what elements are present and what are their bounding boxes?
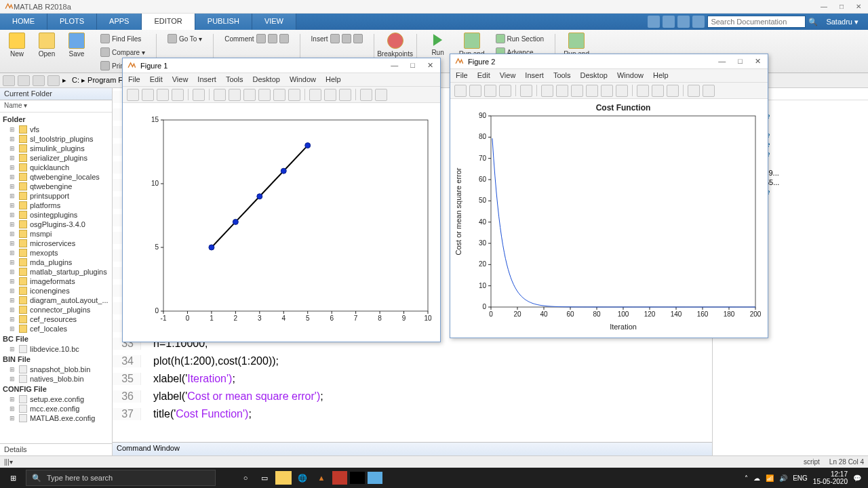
tree-header[interactable]: Folder [1,114,111,125]
tree-header[interactable]: BIN File [1,354,111,365]
fig-menu-window[interactable]: Window [617,71,644,80]
tree-item[interactable]: ⊞osgPlugins-3.4.0 [1,220,111,229]
print-icon[interactable] [499,85,511,97]
tree-item[interactable]: ⊞qtwebengine_locales [1,172,111,182]
tab-view[interactable]: VIEW [252,14,296,30]
fig-menu-edit[interactable]: Edit [477,71,490,80]
tree-item[interactable]: ⊞matlab_startup_plugins [1,267,111,277]
tree-header[interactable]: CONFIG File [1,384,111,394]
fig2-min[interactable]: — [718,57,726,66]
zoomout-icon[interactable] [229,89,241,101]
tree-item[interactable]: ⊞connector_plugins [1,305,111,314]
fig-menu-desktop[interactable]: Desktop [253,75,280,84]
link-icon[interactable] [637,85,649,97]
fig-menu-tools[interactable]: Tools [553,71,571,80]
tree-item[interactable]: ⊞cef_resources [1,314,111,324]
fig-menu-edit[interactable]: Edit [150,75,163,84]
figure1-axes[interactable]: -1012345678910051015 [123,103,441,342]
tab-plots[interactable]: PLOTS [47,14,97,30]
box2-icon[interactable] [703,85,715,97]
system-tray[interactable]: ˄ ☁ 📶 🔊 ENG 12:1715-05-2020 💬 [745,470,865,485]
runsection-button[interactable]: Run Section [493,33,547,45]
tab-home[interactable]: HOME [0,14,47,30]
editor-line[interactable]: 35xlabel('Iteration'); [113,370,712,388]
pan-icon[interactable] [571,85,583,97]
box1-icon[interactable] [688,85,700,97]
figure1-toolbar[interactable] [123,87,440,103]
tree-item[interactable]: ⊞mexopts [1,248,111,258]
datatip-icon[interactable] [601,85,613,97]
fig-menu-desktop[interactable]: Desktop [580,71,608,80]
print-icon[interactable] [172,89,184,101]
taskbar-search[interactable]: 🔍Type here to search [26,470,216,486]
fig-menu-help[interactable]: Help [653,71,669,80]
fig2-max[interactable]: □ [738,57,743,66]
tree-item[interactable]: ⊞quicklaunch [1,163,111,172]
tree-item[interactable]: ⊞mcc.exe.config [1,404,111,413]
tree-item[interactable]: ⊞osintegplugins [1,210,111,220]
command-window-title[interactable]: Command Window [113,442,712,455]
rotate-icon[interactable] [258,89,271,101]
save-icon[interactable] [484,85,496,97]
tree-item[interactable]: ⊞platforms [1,201,111,210]
tree-item[interactable]: ⊞sl_toolstrip_plugins [1,134,111,144]
arrow-icon[interactable] [193,89,205,101]
fig-menu-window[interactable]: Window [290,75,316,84]
run-button[interactable]: Run [425,33,451,56]
details-label[interactable]: Details [0,443,112,455]
nav-fwd-icon[interactable] [18,75,30,86]
tab-apps[interactable]: APPS [97,14,142,30]
tree-item[interactable]: ⊞setup.exe.config [1,394,111,404]
fig1-max[interactable]: □ [410,61,415,70]
brush-icon[interactable] [288,89,300,101]
datatip-icon[interactable] [273,89,285,101]
tab-publish[interactable]: PUBLISH [195,14,252,30]
folder-up-icon[interactable] [33,75,45,86]
chrome-icon[interactable]: 🌐 [294,470,311,486]
fig1-close[interactable]: ✕ [427,61,433,70]
minimize-button[interactable]: — [821,3,827,10]
start-button[interactable]: ⊞ [3,470,23,486]
nav-back-icon[interactable] [3,75,15,86]
figure1-window[interactable]: Figure 1 —□✕ FileEditViewInsertToolsDesk… [122,58,441,342]
editor-line[interactable]: 34plot(h(1:200),cost(1:200)); [113,352,712,370]
link-icon[interactable] [309,89,321,101]
tree-item[interactable]: ⊞printsupport [1,191,111,201]
undo-icon[interactable] [663,16,675,28]
save-button[interactable]: Save [64,33,90,58]
pan-icon[interactable] [243,89,256,101]
fig-menu-insert[interactable]: Insert [197,75,216,84]
new-button[interactable]: New [4,33,30,58]
tree-item[interactable]: ⊞diagram_autoLayout_... [1,296,111,305]
acrobat-icon[interactable] [332,471,347,485]
figure2-toolbar[interactable] [450,83,768,99]
legend-icon[interactable] [339,89,351,101]
tree-item[interactable]: ⊞snapshot_blob.bin [1,365,111,374]
help-icon[interactable] [692,16,705,28]
explorer-icon[interactable] [275,471,292,485]
tree-item[interactable]: ⊞simulink_plugins [1,144,111,153]
tree-item[interactable]: ⊞imageformats [1,277,111,286]
figure1-menubar[interactable]: FileEditViewInsertToolsDesktopWindowHelp [123,73,440,87]
browse-icon[interactable] [47,75,60,86]
box2-icon[interactable] [375,89,387,101]
fig-menu-view[interactable]: View [172,75,189,84]
box1-icon[interactable] [360,89,372,101]
open-icon[interactable] [142,89,154,101]
new-icon[interactable] [454,85,467,97]
save-all-icon[interactable] [648,16,660,28]
tree-item[interactable]: ⊞iconengines [1,286,111,296]
terminal-icon[interactable] [350,472,365,484]
fig-menu-view[interactable]: View [500,71,516,80]
close-button[interactable]: ✕ [856,3,861,10]
matlab-icon[interactable]: ▲ [313,470,330,486]
fig2-close[interactable]: ✕ [755,57,761,66]
brush-icon[interactable] [616,85,628,97]
tree-item[interactable]: ⊞msmpi [1,229,111,239]
tree-item[interactable]: ⊞qtwebengine [1,182,111,191]
zoomout-icon[interactable] [556,85,568,97]
fig-menu-file[interactable]: File [128,75,140,84]
goto-button[interactable]: Go To ▾ [165,33,205,45]
maximize-button[interactable]: □ [840,3,844,10]
tree-item[interactable]: ⊞serializer_plugins [1,153,111,163]
